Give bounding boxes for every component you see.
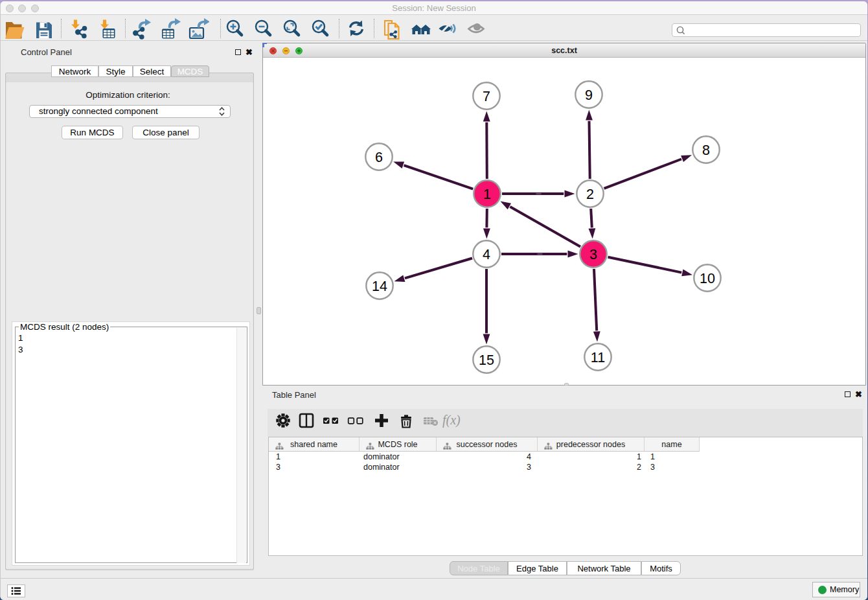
svg-text:11: 11 bbox=[591, 350, 605, 365]
svg-text:14: 14 bbox=[372, 279, 387, 294]
svg-text:15: 15 bbox=[479, 352, 494, 368]
svg-text:3: 3 bbox=[589, 247, 597, 262]
svg-text:1: 1 bbox=[483, 187, 491, 202]
svg-text:10: 10 bbox=[700, 271, 715, 286]
svg-text:6: 6 bbox=[375, 150, 383, 165]
svg-text:f(x): f(x) bbox=[442, 413, 461, 428]
svg-text:4: 4 bbox=[483, 247, 490, 262]
svg-text:2: 2 bbox=[586, 187, 594, 202]
svg-text:7: 7 bbox=[483, 89, 490, 104]
svg-text:8: 8 bbox=[702, 143, 710, 158]
svg-text:9: 9 bbox=[585, 87, 593, 103]
